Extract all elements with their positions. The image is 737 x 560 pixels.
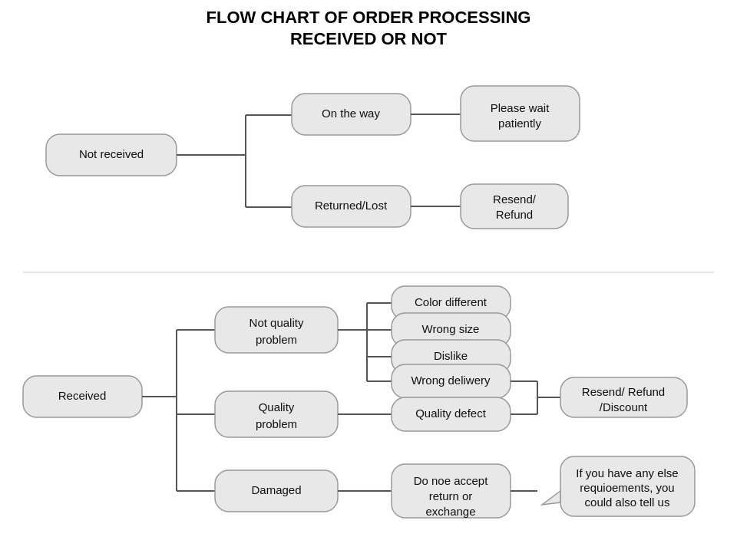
resend-refund-discount-label: Resend/ Refund — [582, 385, 665, 398]
do-not-accept-label3: exchange — [425, 505, 475, 518]
quality-problem-label2: problem — [256, 417, 297, 430]
resend-refund-discount-label2: /Discount — [600, 400, 648, 413]
damaged-label: Damaged — [251, 483, 301, 496]
returned-lost-label: Returned/Lost — [315, 199, 388, 212]
speech-bubble-line1: If you have any else — [576, 466, 678, 479]
wrong-delivery-label: Wrong deliwery — [411, 374, 491, 387]
wrong-size-label: Wrong size — [422, 322, 480, 335]
not-quality-label: Not quality — [250, 316, 304, 329]
quality-problem-label: Quality — [259, 400, 295, 413]
resend-refund-top-label: Resend/ — [493, 193, 537, 206]
dislike-label: Dislike — [434, 349, 468, 362]
received-label: Received — [58, 389, 107, 402]
not-received-label: Not received — [79, 147, 144, 160]
do-not-accept-label: Do noe accept — [414, 474, 489, 487]
speech-bubble-line3: could also tell us — [585, 496, 670, 509]
title-line2: RECEIVED OR NOT — [290, 29, 448, 48]
do-not-accept-label2: return or — [429, 489, 473, 502]
not-quality-label2: problem — [256, 333, 297, 346]
speech-bubble-line2: requioements, you — [580, 481, 674, 494]
color-different-label: Color different — [415, 295, 487, 308]
please-wait-label: Please wait — [491, 101, 550, 114]
title-line1: FLOW CHART OF ORDER PROCESSING — [207, 8, 531, 27]
on-the-way-label: On the way — [322, 107, 380, 120]
svg-rect-19 — [215, 391, 338, 437]
svg-rect-10 — [461, 184, 568, 229]
svg-rect-18 — [215, 307, 338, 353]
svg-marker-42 — [542, 491, 560, 505]
quality-defect-label: Quality defect — [415, 407, 487, 420]
resend-refund-top-label2: Refund — [496, 208, 533, 221]
please-wait-label2: patiently — [498, 117, 541, 130]
